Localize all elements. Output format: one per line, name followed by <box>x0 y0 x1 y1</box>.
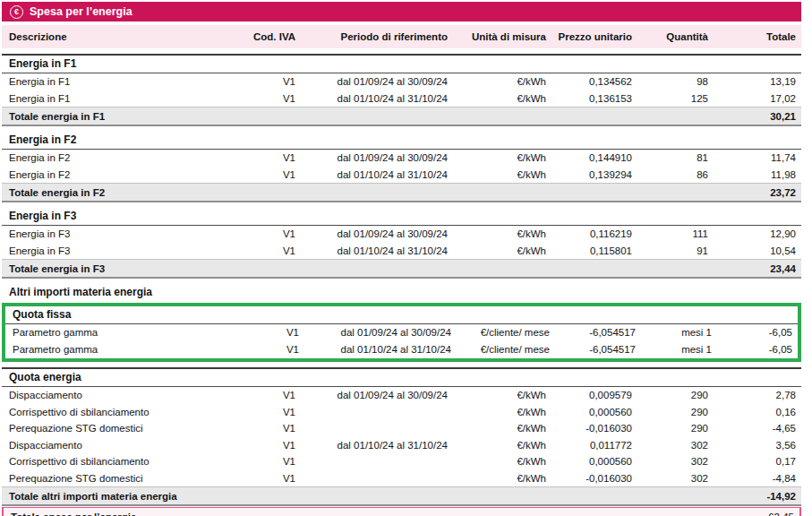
cell-cod_iva: V1 <box>251 76 301 87</box>
table-row: DispacciamentoV1dal 01/10/24 al 31/10/24… <box>2 437 801 454</box>
total-row: Totale energia in F223,72 <box>2 183 801 202</box>
cell-quantita: 302 <box>637 440 714 451</box>
column-header-prezzo: Prezzo unitario <box>551 31 637 42</box>
table-row: Energia in F2V1dal 01/09/24 al 30/09/24€… <box>2 150 801 167</box>
cell-periodo: dal 01/09/24 al 30/09/24 <box>301 152 453 163</box>
column-header-cod_iva: Cod. IVA <box>251 31 301 42</box>
cell-unita: €/kWh <box>453 423 551 434</box>
total-row: Totale energia in F130,21 <box>2 107 801 126</box>
cell-cod_iva: V1 <box>251 456 301 467</box>
cell-cod_iva: V1 <box>251 169 301 180</box>
table-row: Energia in F2V1dal 01/10/24 al 31/10/24€… <box>2 167 801 184</box>
energy-bill-table: € Spesa per l’energia DescrizioneCod. IV… <box>2 2 801 516</box>
cell-cod_iva: V1 <box>251 245 301 256</box>
table-row: Energia in F1V1dal 01/10/24 al 31/10/24€… <box>2 90 801 108</box>
table-row: Energia in F3V1dal 01/10/24 al 31/10/24€… <box>2 243 801 260</box>
cell-quantita: 290 <box>637 390 714 400</box>
section-energia-f3: Energia in F3Energia in F3V1dal 01/09/24… <box>2 208 801 279</box>
cell-unita: €/cliente/ mese <box>457 327 555 338</box>
cell-totale: -6,05 <box>717 344 798 355</box>
cell-periodo: dal 01/09/24 al 30/09/24 <box>301 390 453 400</box>
cell-prezzo: 0,009579 <box>551 390 637 400</box>
cell-unita: €/kWh <box>453 76 551 87</box>
cell-prezzo: 0,139294 <box>551 169 637 180</box>
cell-totale: 12,90 <box>714 228 801 239</box>
cell-unita: €/kWh <box>453 456 551 467</box>
section-title: Quota energia <box>2 367 801 387</box>
cell-periodo: dal 01/10/24 al 31/10/24 <box>304 344 457 355</box>
cell-cod_iva: V1 <box>254 344 304 355</box>
cell-unita: €/kWh <box>453 440 551 451</box>
cell-quantita: 86 <box>637 169 714 180</box>
section-totale-spesa: Totale spesa per l’energia62,45 <box>2 507 801 516</box>
cell-descrizione: Energia in F3 <box>2 228 251 239</box>
table-row: Parametro gammaV1dal 01/10/24 al 31/10/2… <box>5 341 798 358</box>
column-header-quantita: Quantità <box>637 31 714 42</box>
cell-prezzo: 0,144910 <box>551 152 637 163</box>
cell-unita: €/cliente/ mese <box>457 344 555 355</box>
cell-quantita: mesi 1 <box>641 344 717 355</box>
total-value: -14,92 <box>714 491 801 502</box>
total-value: 23,44 <box>714 263 801 274</box>
highlight-annotation: Quota fissaParametro gammaV1dal 01/09/24… <box>2 303 801 362</box>
cell-prezzo: 0,136153 <box>551 93 637 104</box>
cell-cod_iva: V1 <box>254 327 304 338</box>
cell-prezzo: -6,054517 <box>555 327 641 338</box>
cell-quantita: 111 <box>637 228 714 239</box>
cell-prezzo: 0,011772 <box>551 440 637 451</box>
cell-descrizione: Dispacciamento <box>2 440 251 451</box>
euro-circle-icon: € <box>10 5 23 19</box>
cell-prezzo: 0,000560 <box>551 456 637 467</box>
cell-unita: €/kWh <box>453 407 551 417</box>
cell-descrizione: Energia in F2 <box>2 152 251 163</box>
cell-descrizione: Perequazione STG domestici <box>2 423 251 434</box>
section-altri-importi: Altri importi materia energia <box>2 284 801 301</box>
section-title: Altri importi materia energia <box>2 284 801 301</box>
cell-totale: 11,74 <box>714 152 801 163</box>
cell-quantita: 98 <box>637 76 714 87</box>
cell-periodo: dal 01/10/24 al 31/10/24 <box>301 245 453 256</box>
total-label: Totale spesa per l’energia <box>4 512 712 516</box>
column-header-descrizione: Descrizione <box>2 31 251 42</box>
cell-unita: €/kWh <box>453 228 551 239</box>
total-label: Totale energia in F2 <box>2 187 714 198</box>
cell-descrizione: Corrispettivo di sbilanciamento <box>2 407 251 417</box>
table-row: Corrispettivo di sbilanciamentoV1€/kWh0,… <box>2 404 801 421</box>
cell-quantita: 290 <box>637 423 714 434</box>
cell-totale: 3,56 <box>714 440 801 451</box>
total-value: 23,72 <box>714 187 801 198</box>
cell-prezzo: 0,134562 <box>551 76 637 87</box>
cell-unita: €/kWh <box>453 245 551 256</box>
cell-totale: 2,78 <box>714 390 801 400</box>
cell-quantita: 302 <box>637 473 714 484</box>
page-title: Spesa per l’energia <box>30 5 132 18</box>
section-title: Energia in F1 <box>2 54 801 73</box>
section-title: Energia in F2 <box>2 132 801 150</box>
cell-quantita: 302 <box>637 456 714 467</box>
cell-prezzo: -0,016030 <box>551 473 637 484</box>
grand-total-row: Totale spesa per l’energia62,45 <box>2 507 801 516</box>
total-row: Totale energia in F323,44 <box>2 259 801 279</box>
cell-periodo: dal 01/09/24 al 30/09/24 <box>301 76 453 87</box>
cell-totale: 17,02 <box>714 93 801 104</box>
cell-descrizione: Energia in F1 <box>2 76 251 87</box>
table-row: Perequazione STG domesticiV1€/kWh-0,0160… <box>2 420 801 437</box>
column-header-periodo: Periodo di riferimento <box>301 31 453 42</box>
table-row: Parametro gammaV1dal 01/09/24 al 30/09/2… <box>5 324 798 341</box>
cell-cod_iva: V1 <box>251 423 301 434</box>
cell-prezzo: 0,000560 <box>551 407 637 417</box>
cell-totale: 0,16 <box>714 407 801 417</box>
section-title: Energia in F3 <box>2 208 801 226</box>
cell-cod_iva: V1 <box>251 473 301 484</box>
cell-descrizione: Parametro gamma <box>5 327 254 338</box>
total-label: Totale altri importi materia energia <box>2 491 714 502</box>
cell-totale: 13,19 <box>714 76 801 87</box>
cell-descrizione: Parametro gamma <box>5 344 254 355</box>
section-energia-f2: Energia in F2Energia in F2V1dal 01/09/24… <box>2 132 801 202</box>
cell-periodo: dal 01/10/24 al 31/10/24 <box>301 169 453 180</box>
cell-cod_iva: V1 <box>251 390 301 400</box>
cell-unita: €/kWh <box>453 169 551 180</box>
cell-unita: €/kWh <box>453 93 551 104</box>
column-header-totale: Totale <box>714 31 801 42</box>
table-row: Corrispettivo di sbilanciamentoV1€/kWh0,… <box>2 453 801 470</box>
